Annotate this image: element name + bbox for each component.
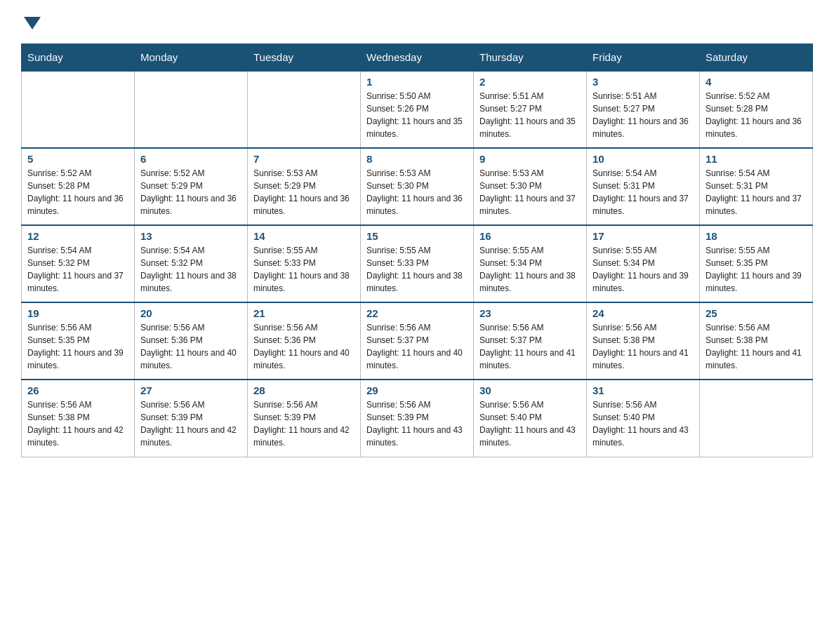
weekday-header-saturday: Saturday xyxy=(700,44,813,72)
day-number: 4 xyxy=(706,76,807,88)
weekday-header-sunday: Sunday xyxy=(22,44,135,72)
calendar-body: 1Sunrise: 5:50 AMSunset: 5:26 PMDaylight… xyxy=(22,71,813,457)
calendar-cell: 29Sunrise: 5:56 AMSunset: 5:39 PMDayligh… xyxy=(361,380,474,457)
day-number: 15 xyxy=(366,230,468,242)
day-info: Sunrise: 5:56 AMSunset: 5:40 PMDaylight:… xyxy=(593,398,694,449)
day-number: 12 xyxy=(27,230,128,242)
day-number: 25 xyxy=(706,307,807,319)
calendar-cell: 24Sunrise: 5:56 AMSunset: 5:38 PMDayligh… xyxy=(587,302,700,380)
day-number: 24 xyxy=(593,307,694,319)
day-number: 7 xyxy=(253,153,355,165)
page-header xyxy=(21,14,813,29)
calendar-cell: 22Sunrise: 5:56 AMSunset: 5:37 PMDayligh… xyxy=(361,302,474,380)
calendar-cell: 31Sunrise: 5:56 AMSunset: 5:40 PMDayligh… xyxy=(587,380,700,457)
day-info: Sunrise: 5:56 AMSunset: 5:39 PMDaylight:… xyxy=(140,398,241,449)
day-info: Sunrise: 5:56 AMSunset: 5:39 PMDaylight:… xyxy=(366,398,468,449)
day-info: Sunrise: 5:52 AMSunset: 5:28 PMDaylight:… xyxy=(706,90,807,140)
day-number: 5 xyxy=(27,153,128,165)
day-number: 28 xyxy=(253,384,355,396)
weekday-header-friday: Friday xyxy=(587,44,700,72)
day-number: 1 xyxy=(366,76,468,88)
day-info: Sunrise: 5:53 AMSunset: 5:29 PMDaylight:… xyxy=(253,167,355,217)
day-number: 14 xyxy=(253,230,355,242)
week-row-3: 12Sunrise: 5:54 AMSunset: 5:32 PMDayligh… xyxy=(22,225,813,302)
weekday-header-monday: Monday xyxy=(135,44,248,72)
calendar-cell xyxy=(700,380,813,457)
calendar-cell: 4Sunrise: 5:52 AMSunset: 5:28 PMDaylight… xyxy=(700,71,813,148)
weekday-header-tuesday: Tuesday xyxy=(248,44,361,72)
day-info: Sunrise: 5:54 AMSunset: 5:31 PMDaylight:… xyxy=(706,167,807,217)
calendar-cell: 21Sunrise: 5:56 AMSunset: 5:36 PMDayligh… xyxy=(248,302,361,380)
day-number: 8 xyxy=(366,153,468,165)
calendar-cell: 2Sunrise: 5:51 AMSunset: 5:27 PMDaylight… xyxy=(474,71,587,148)
calendar-cell: 30Sunrise: 5:56 AMSunset: 5:40 PMDayligh… xyxy=(474,380,587,457)
week-row-4: 19Sunrise: 5:56 AMSunset: 5:35 PMDayligh… xyxy=(22,302,813,380)
calendar-cell: 19Sunrise: 5:56 AMSunset: 5:35 PMDayligh… xyxy=(22,302,135,380)
week-row-5: 26Sunrise: 5:56 AMSunset: 5:38 PMDayligh… xyxy=(22,380,813,457)
day-number: 19 xyxy=(27,307,128,319)
day-info: Sunrise: 5:55 AMSunset: 5:34 PMDaylight:… xyxy=(479,244,581,295)
calendar-cell xyxy=(248,71,361,148)
day-info: Sunrise: 5:56 AMSunset: 5:38 PMDaylight:… xyxy=(593,321,694,372)
calendar-cell: 13Sunrise: 5:54 AMSunset: 5:32 PMDayligh… xyxy=(135,225,248,302)
day-number: 31 xyxy=(593,384,694,396)
day-number: 21 xyxy=(253,307,355,319)
day-number: 11 xyxy=(706,153,807,165)
weekday-header-thursday: Thursday xyxy=(474,44,587,72)
calendar-cell xyxy=(135,71,248,148)
day-number: 2 xyxy=(479,76,581,88)
day-number: 18 xyxy=(706,230,807,242)
calendar-cell: 7Sunrise: 5:53 AMSunset: 5:29 PMDaylight… xyxy=(248,148,361,225)
day-info: Sunrise: 5:53 AMSunset: 5:30 PMDaylight:… xyxy=(479,167,581,217)
day-number: 23 xyxy=(479,307,581,319)
calendar-cell: 14Sunrise: 5:55 AMSunset: 5:33 PMDayligh… xyxy=(248,225,361,302)
calendar-cell: 16Sunrise: 5:55 AMSunset: 5:34 PMDayligh… xyxy=(474,225,587,302)
day-info: Sunrise: 5:55 AMSunset: 5:34 PMDaylight:… xyxy=(593,244,694,295)
calendar-cell: 20Sunrise: 5:56 AMSunset: 5:36 PMDayligh… xyxy=(135,302,248,380)
day-info: Sunrise: 5:55 AMSunset: 5:33 PMDaylight:… xyxy=(253,244,355,295)
day-number: 13 xyxy=(140,230,241,242)
calendar-cell: 27Sunrise: 5:56 AMSunset: 5:39 PMDayligh… xyxy=(135,380,248,457)
calendar-cell: 17Sunrise: 5:55 AMSunset: 5:34 PMDayligh… xyxy=(587,225,700,302)
day-info: Sunrise: 5:56 AMSunset: 5:37 PMDaylight:… xyxy=(366,321,468,372)
weekday-header-wednesday: Wednesday xyxy=(361,44,474,72)
calendar-cell: 8Sunrise: 5:53 AMSunset: 5:30 PMDaylight… xyxy=(361,148,474,225)
weekday-header-row: SundayMondayTuesdayWednesdayThursdayFrid… xyxy=(22,44,813,72)
calendar-cell: 9Sunrise: 5:53 AMSunset: 5:30 PMDaylight… xyxy=(474,148,587,225)
day-number: 29 xyxy=(366,384,468,396)
day-info: Sunrise: 5:53 AMSunset: 5:30 PMDaylight:… xyxy=(366,167,468,217)
logo-arrow-icon xyxy=(24,17,41,29)
day-number: 22 xyxy=(366,307,468,319)
day-number: 3 xyxy=(593,76,694,88)
calendar-cell xyxy=(22,71,135,148)
day-info: Sunrise: 5:56 AMSunset: 5:38 PMDaylight:… xyxy=(27,398,128,449)
calendar-cell: 23Sunrise: 5:56 AMSunset: 5:37 PMDayligh… xyxy=(474,302,587,380)
day-info: Sunrise: 5:56 AMSunset: 5:40 PMDaylight:… xyxy=(479,398,581,449)
day-info: Sunrise: 5:56 AMSunset: 5:39 PMDaylight:… xyxy=(253,398,355,449)
day-info: Sunrise: 5:51 AMSunset: 5:27 PMDaylight:… xyxy=(593,90,694,140)
day-info: Sunrise: 5:52 AMSunset: 5:28 PMDaylight:… xyxy=(27,167,128,217)
calendar-cell: 28Sunrise: 5:56 AMSunset: 5:39 PMDayligh… xyxy=(248,380,361,457)
day-info: Sunrise: 5:56 AMSunset: 5:37 PMDaylight:… xyxy=(479,321,581,372)
calendar-cell: 10Sunrise: 5:54 AMSunset: 5:31 PMDayligh… xyxy=(587,148,700,225)
calendar-cell: 1Sunrise: 5:50 AMSunset: 5:26 PMDaylight… xyxy=(361,71,474,148)
day-info: Sunrise: 5:56 AMSunset: 5:38 PMDaylight:… xyxy=(706,321,807,372)
day-number: 27 xyxy=(140,384,241,396)
week-row-2: 5Sunrise: 5:52 AMSunset: 5:28 PMDaylight… xyxy=(22,148,813,225)
day-number: 26 xyxy=(27,384,128,396)
day-number: 30 xyxy=(479,384,581,396)
day-info: Sunrise: 5:54 AMSunset: 5:32 PMDaylight:… xyxy=(140,244,241,295)
day-info: Sunrise: 5:51 AMSunset: 5:27 PMDaylight:… xyxy=(479,90,581,140)
day-info: Sunrise: 5:52 AMSunset: 5:29 PMDaylight:… xyxy=(140,167,241,217)
day-number: 9 xyxy=(479,153,581,165)
week-row-1: 1Sunrise: 5:50 AMSunset: 5:26 PMDaylight… xyxy=(22,71,813,148)
day-info: Sunrise: 5:56 AMSunset: 5:35 PMDaylight:… xyxy=(27,321,128,372)
day-number: 6 xyxy=(140,153,241,165)
day-info: Sunrise: 5:54 AMSunset: 5:32 PMDaylight:… xyxy=(27,244,128,295)
day-info: Sunrise: 5:55 AMSunset: 5:35 PMDaylight:… xyxy=(706,244,807,295)
day-info: Sunrise: 5:56 AMSunset: 5:36 PMDaylight:… xyxy=(253,321,355,372)
calendar-cell: 25Sunrise: 5:56 AMSunset: 5:38 PMDayligh… xyxy=(700,302,813,380)
day-number: 17 xyxy=(593,230,694,242)
day-info: Sunrise: 5:56 AMSunset: 5:36 PMDaylight:… xyxy=(140,321,241,372)
day-info: Sunrise: 5:50 AMSunset: 5:26 PMDaylight:… xyxy=(366,90,468,140)
